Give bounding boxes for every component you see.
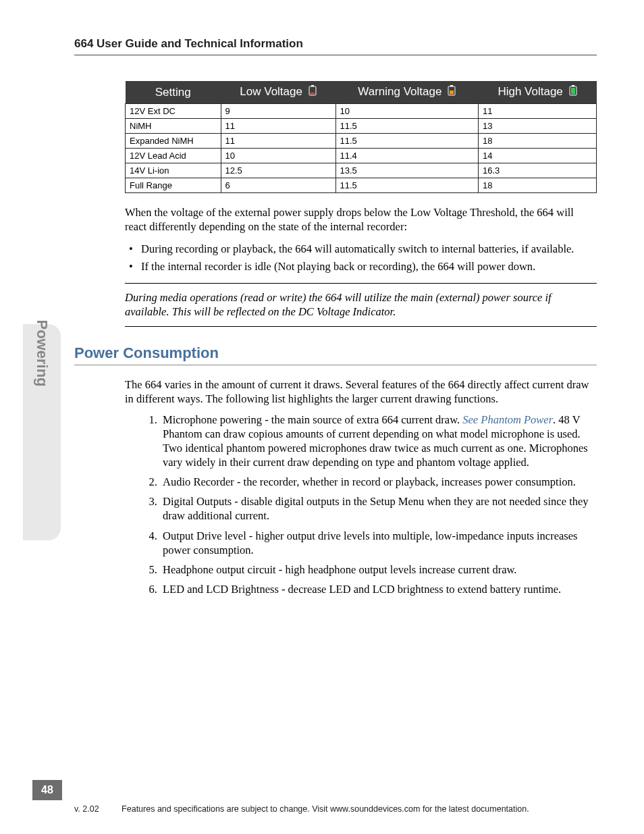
table-cell: 11.5: [336, 178, 478, 193]
list-item: Output Drive level - higher output drive…: [160, 529, 597, 557]
col-setting: Setting: [126, 81, 221, 104]
phantom-power-link[interactable]: See Phantom Power: [462, 413, 553, 426]
footer: v. 2.02 Features and specifications are …: [74, 804, 603, 814]
list-item: Headphone output circuit - high headphon…: [160, 563, 597, 577]
table-row: 12V Lead Acid1011.414: [126, 149, 597, 163]
page-header-title: 664 User Guide and Technical Information: [74, 37, 597, 51]
table-row: Expanded NiMH1111.518: [126, 134, 597, 149]
table-cell: 16.3: [478, 163, 596, 178]
list-item: During recording or playback, the 664 wi…: [125, 240, 597, 258]
table-cell: 6: [221, 178, 336, 193]
behavior-list: During recording or playback, the 664 wi…: [125, 240, 597, 275]
table-cell: 12V Ext DC: [126, 104, 221, 119]
list-item: If the internal recorder is idle (Not pl…: [125, 258, 597, 276]
col-high-label: High Voltage: [498, 85, 562, 98]
table-cell: 13.5: [336, 163, 478, 178]
list-item: LED and LCD Brightness - decrease LED an…: [160, 582, 597, 596]
section-heading-power-consumption: Power Consumption: [74, 344, 597, 362]
svg-rect-2: [311, 93, 315, 95]
battery-low-icon: [308, 85, 317, 99]
table-row: 14V Li-ion12.513.516.3: [126, 163, 597, 178]
page-number: 48: [32, 780, 62, 800]
table-cell: 9: [221, 104, 336, 119]
table-cell: 11.4: [336, 149, 478, 163]
list-item: Microphone powering - the main source of…: [160, 413, 597, 469]
table-cell: 14V Li-ion: [126, 163, 221, 178]
note-text: During media operations (read or write) …: [125, 290, 597, 319]
table-cell: 11: [221, 119, 336, 134]
svg-rect-5: [450, 90, 454, 95]
table-cell: 11.5: [336, 119, 478, 134]
battery-warn-icon: [448, 85, 456, 99]
table-cell: 11: [478, 104, 596, 119]
side-tab: Powering: [23, 324, 61, 540]
list-item: Audio Recorder - the recorder, whether i…: [160, 475, 597, 489]
table-cell: NiMH: [126, 119, 221, 134]
section-rule: [74, 365, 597, 365]
table-cell: 10: [336, 104, 478, 119]
table-cell: 12V Lead Acid: [126, 149, 221, 163]
header-rule: [74, 55, 597, 55]
table-cell: 11.5: [336, 134, 478, 149]
footer-version: v. 2.02: [74, 804, 99, 814]
table-cell: 10: [221, 149, 336, 163]
table-cell: 18: [478, 134, 596, 149]
table-cell: Expanded NiMH: [126, 134, 221, 149]
col-warn-label: Warning Voltage: [358, 85, 441, 98]
table-cell: 11: [221, 134, 336, 149]
table-row: Full Range611.518: [126, 178, 597, 193]
table-cell: 14: [478, 149, 596, 163]
section-intro: The 664 varies in the amount of current …: [125, 377, 597, 406]
col-low: Low Voltage: [221, 81, 336, 104]
voltage-table: Setting Low Voltage Warning Voltage: [125, 81, 597, 193]
table-cell: Full Range: [126, 178, 221, 193]
table-cell: 18: [478, 178, 596, 193]
col-warn: Warning Voltage: [336, 81, 478, 104]
col-low-label: Low Voltage: [240, 85, 302, 98]
note-block: During media operations (read or write) …: [125, 283, 597, 326]
table-cell: 13: [478, 119, 596, 134]
threshold-paragraph: When the voltage of the external power s…: [125, 205, 597, 234]
footer-text: Features and specifications are subject …: [122, 804, 529, 814]
list-item: Digital Outputs - disable digital output…: [160, 494, 597, 523]
col-high: High Voltage: [478, 81, 596, 104]
table-cell: 12.5: [221, 163, 336, 178]
table-row: NiMH1111.513: [126, 119, 597, 134]
power-consumption-list: Microphone powering - the main source of…: [160, 413, 597, 596]
side-tab-label: Powering: [33, 319, 51, 386]
svg-rect-8: [571, 88, 575, 95]
table-row: 12V Ext DC91011: [126, 104, 597, 119]
battery-high-icon: [569, 85, 577, 99]
